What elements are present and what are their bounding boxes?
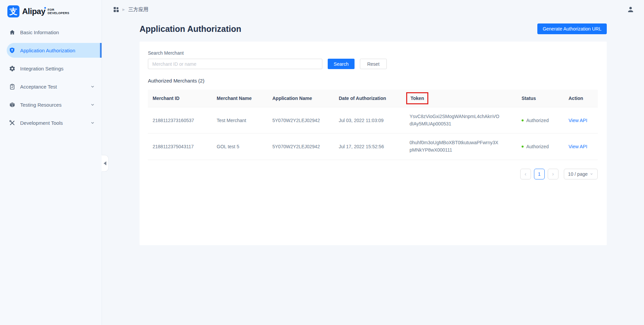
view-api-link[interactable]: View API xyxy=(569,118,587,123)
merchant-search-input[interactable] xyxy=(148,59,322,69)
sidebar-item-label: Basic Information xyxy=(20,30,59,35)
merchant-name-cell: Test Merchant xyxy=(212,112,268,129)
page-header: Application Authorization Generate Autho… xyxy=(102,19,644,34)
breadcrumb-separator-icon: ▸ xyxy=(122,6,125,12)
merchant-id-cell: 2188112375043117 xyxy=(148,138,212,155)
sidebar: 支 Alipay FOR DEVELOPERS Basic Informatio… xyxy=(0,0,102,325)
date-cell: Jul 17, 2022 15:52:56 xyxy=(334,138,405,155)
view-api-link[interactable]: View API xyxy=(569,144,587,149)
reset-button[interactable]: Reset xyxy=(360,59,387,69)
merchant-id-cell: 2188112373160537 xyxy=(148,112,212,129)
token-highlight-box: Token xyxy=(406,92,428,104)
authorized-merchants-count: Authorized Merchants (2) xyxy=(148,78,598,84)
col-action: Action xyxy=(564,90,598,107)
alipay-logo-icon: 支 xyxy=(7,5,19,17)
sidebar-item-basic-information[interactable]: Basic Information xyxy=(0,25,102,40)
chevron-down-icon xyxy=(590,172,593,176)
page-size-select[interactable]: 10 / page xyxy=(564,169,598,179)
sidebar-item-application-authorization[interactable]: Application Authorization xyxy=(7,43,102,58)
sidebar-item-label: Testing Resources xyxy=(20,102,61,108)
application-name-cell: 5Y070W2Y2LEJ02942 xyxy=(268,112,334,129)
pagination: ‹ 1 › 10 / page xyxy=(148,169,598,179)
chevron-down-icon xyxy=(90,84,95,89)
sidebar-item-testing-resources[interactable]: Testing Resources xyxy=(0,97,102,112)
col-application-name: Application Name xyxy=(268,90,334,107)
sidebar-item-label: Development Tools xyxy=(20,120,63,126)
main-content: ▸ 三方应用 Application Authorization Generat… xyxy=(102,0,644,325)
sidebar-nav: Basic Information Application Authorizat… xyxy=(0,25,102,130)
search-merchant-label: Search Merchant xyxy=(148,50,598,56)
page-title: Application Authorization xyxy=(140,24,241,34)
status-dot-icon xyxy=(522,146,524,148)
token-cell: 0huhf0m3oUgMBoXBT0tkutuwaPFwrny3XpMNkYP8… xyxy=(405,133,505,159)
token-cell: YsvC8zVioGxi2SMogWANnpmL4chAknVOdIAy5MlU… xyxy=(405,107,505,133)
brand-name: Alipay xyxy=(22,7,45,16)
search-button[interactable]: Search xyxy=(328,59,355,69)
clipboard-check-icon xyxy=(9,83,15,90)
status-label: Authorized xyxy=(526,118,549,123)
status-cell: Authorized xyxy=(517,112,564,129)
previous-page-button[interactable]: ‹ xyxy=(520,169,531,179)
tools-icon xyxy=(9,119,15,126)
topbar: ▸ 三方应用 xyxy=(102,0,644,19)
col-merchant-id: Merchant ID xyxy=(148,90,212,107)
sidebar-item-label: Acceptance Test xyxy=(20,84,57,90)
brand-logo: 支 Alipay FOR DEVELOPERS xyxy=(0,0,102,17)
cube-icon xyxy=(9,101,15,108)
merchant-name-cell: GOL test 5 xyxy=(212,138,268,155)
generate-authorization-url-button[interactable]: Generate Authorization URL xyxy=(537,23,607,34)
collapse-left-icon xyxy=(104,161,106,165)
page-size-label: 10 / page xyxy=(568,171,588,177)
sidebar-item-label: Integration Settings xyxy=(20,66,63,71)
shield-key-icon xyxy=(9,47,15,54)
brand-for: FOR xyxy=(48,8,69,11)
col-date-of-authorization: Date of Authorization xyxy=(334,90,405,107)
table-row: 2188112375043117 GOL test 5 5Y070W2Y2LEJ… xyxy=(148,133,598,159)
status-label: Authorized xyxy=(526,144,549,149)
sidebar-collapse-button[interactable] xyxy=(102,155,109,172)
chevron-down-icon xyxy=(90,120,95,125)
col-merchant-name: Merchant Name xyxy=(212,90,268,107)
brand-suffix: FOR DEVELOPERS xyxy=(48,8,69,15)
col-status: Status xyxy=(517,90,564,107)
date-cell: Jul 03, 2022 11:03:09 xyxy=(334,112,405,129)
home-icon xyxy=(9,29,15,36)
user-avatar-icon[interactable] xyxy=(627,5,635,13)
breadcrumb[interactable]: 三方应用 xyxy=(128,6,149,13)
table-row: 2188112373160537 Test Merchant 5Y070W2Y2… xyxy=(148,107,598,133)
status-cell: Authorized xyxy=(517,138,564,155)
sidebar-item-integration-settings[interactable]: Integration Settings xyxy=(0,61,102,76)
chevron-down-icon xyxy=(90,102,95,107)
search-row: Search Reset xyxy=(148,59,598,69)
col-token: Token xyxy=(405,90,517,107)
merchants-table: Merchant ID Merchant Name Application Na… xyxy=(148,90,598,160)
status-dot-icon xyxy=(522,119,524,121)
sidebar-item-development-tools[interactable]: Development Tools xyxy=(0,115,102,130)
apps-grid-icon[interactable] xyxy=(113,6,119,12)
brand-developers: DEVELOPERS xyxy=(48,11,69,15)
application-name-cell: 5Y070W2Y2LEJ02942 xyxy=(268,138,334,155)
next-page-button[interactable]: › xyxy=(548,169,558,179)
sidebar-item-label: Application Authorization xyxy=(20,48,75,53)
sidebar-item-acceptance-test[interactable]: Acceptance Test xyxy=(0,79,102,94)
content-card: Search Merchant Search Reset Authorized … xyxy=(140,42,607,245)
gear-icon xyxy=(9,65,15,72)
current-page-button[interactable]: 1 xyxy=(534,169,545,179)
table-header-row: Merchant ID Merchant Name Application Na… xyxy=(148,90,598,107)
